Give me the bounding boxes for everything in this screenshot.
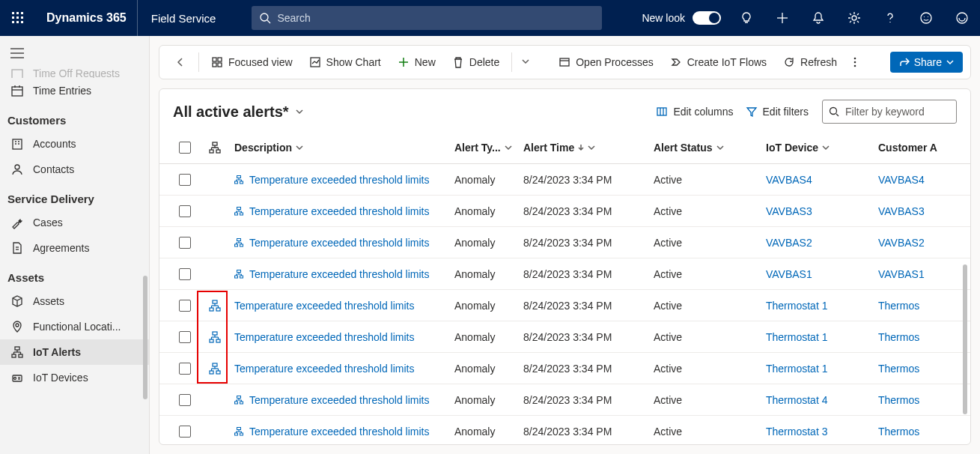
device-link[interactable]: Thermostat 4 <box>766 394 827 406</box>
description-link[interactable]: Temperature exceeded threshold limits <box>234 363 414 375</box>
sidebar-scrollbar[interactable] <box>140 111 149 454</box>
smiley-icon[interactable] <box>908 11 944 25</box>
table-row[interactable]: Temperature exceeded threshold limitsAno… <box>159 258 970 290</box>
description-link[interactable]: Temperature exceeded threshold limits <box>234 331 414 343</box>
sidebar-item-agreements[interactable]: Agreements <box>0 235 149 261</box>
description-link[interactable]: Temperature exceeded threshold limits <box>249 426 429 438</box>
row-checkbox[interactable] <box>170 237 200 249</box>
row-checkbox[interactable] <box>170 268 200 280</box>
table-row[interactable]: Temperature exceeded threshold limitsAno… <box>159 353 970 384</box>
customer-link[interactable]: VAVBAS2 <box>878 237 925 249</box>
table-row[interactable]: Temperature exceeded threshold limitsAno… <box>159 290 970 321</box>
customer-link[interactable]: Thermos <box>878 426 919 438</box>
customer-link[interactable]: Thermos <box>878 363 919 375</box>
column-header-alert-time[interactable]: Alert Time <box>523 142 654 154</box>
customer-link[interactable]: VAVBAS4 <box>878 174 925 186</box>
hierarchy-column-header[interactable] <box>200 142 230 154</box>
device-link[interactable]: Thermostat 1 <box>766 331 827 343</box>
customer-link[interactable]: Thermos <box>878 331 919 343</box>
delete-button[interactable]: Delete <box>445 52 507 73</box>
column-header-customer[interactable]: Customer A <box>878 142 938 154</box>
svg-rect-63 <box>213 142 217 145</box>
more-commands-button[interactable] <box>846 52 864 73</box>
row-checkbox[interactable] <box>170 174 200 186</box>
device-link[interactable]: Thermostat 1 <box>766 300 827 312</box>
customer-link[interactable]: Thermos <box>878 394 919 406</box>
table-scrollbar[interactable] <box>963 167 969 414</box>
row-checkbox[interactable] <box>170 394 200 406</box>
table-row[interactable]: Temperature exceeded threshold limitsAno… <box>159 196 970 227</box>
row-hierarchy-cell[interactable] <box>200 300 230 312</box>
table-row[interactable]: Temperature exceeded threshold limitsAno… <box>159 227 970 258</box>
column-header-iot-device[interactable]: IoT Device <box>766 142 878 154</box>
app-launcher-icon[interactable] <box>0 12 36 24</box>
refresh-button[interactable]: Refresh <box>776 52 844 73</box>
sidebar-item-time-entries[interactable]: Time Entries <box>0 78 149 103</box>
toggle-switch-icon[interactable] <box>693 11 721 25</box>
customer-link[interactable]: Thermos <box>878 300 919 312</box>
column-header-description[interactable]: Description <box>230 142 454 154</box>
table-row[interactable]: Temperature exceeded threshold limitsAno… <box>159 416 970 444</box>
global-search[interactable]: Search <box>252 6 602 30</box>
sidebar-item-contacts[interactable]: Contacts <box>0 157 149 182</box>
table-row[interactable]: Temperature exceeded threshold limitsAno… <box>159 321 970 353</box>
description-link[interactable]: Temperature exceeded threshold limits <box>249 174 429 186</box>
column-header-alert-type[interactable]: Alert Ty... <box>454 142 523 154</box>
create-iot-flows-button[interactable]: Create IoT Flows <box>663 52 774 73</box>
assistant-icon[interactable] <box>944 11 980 25</box>
row-checkbox[interactable] <box>170 426 200 438</box>
description-link[interactable]: Temperature exceeded threshold limits <box>249 394 429 406</box>
device-link[interactable]: Thermostat 1 <box>766 363 827 375</box>
share-button[interactable]: Share <box>890 52 963 73</box>
filter-keyword-input[interactable]: Filter by keyword <box>822 100 957 124</box>
delete-split-button[interactable] <box>517 51 535 73</box>
show-chart-button[interactable]: Show Chart <box>302 52 389 73</box>
sidebar-item-iot-devices[interactable]: IoT Devices <box>0 365 149 390</box>
row-checkbox[interactable] <box>170 363 200 375</box>
hdr-action-label: Edit filters <box>763 106 809 118</box>
device-link[interactable]: Thermostat 3 <box>766 426 827 438</box>
sidebar-item-iot-alerts[interactable]: IoT Alerts <box>0 339 149 365</box>
select-all-checkbox[interactable] <box>170 142 200 154</box>
column-header-alert-status[interactable]: Alert Status <box>654 142 766 154</box>
focused-view-button[interactable]: Focused view <box>204 52 300 73</box>
device-link[interactable]: VAVBAS2 <box>766 237 812 249</box>
edit-filters-button[interactable]: Edit filters <box>740 102 815 121</box>
lightbulb-icon[interactable] <box>728 11 764 25</box>
customer-link[interactable]: VAVBAS1 <box>878 268 925 280</box>
edit-columns-button[interactable]: Edit columns <box>650 102 739 121</box>
table-row[interactable]: Temperature exceeded threshold limitsAno… <box>159 384 970 416</box>
description-link[interactable]: Temperature exceeded threshold limits <box>234 300 414 312</box>
new-look-toggle[interactable]: New look <box>634 11 728 25</box>
description-link[interactable]: Temperature exceeded threshold limits <box>249 205 429 217</box>
description-link[interactable]: Temperature exceeded threshold limits <box>249 268 429 280</box>
bell-icon[interactable] <box>800 11 836 25</box>
sidebar-item-requests[interactable]: Time Off Requests <box>0 69 149 78</box>
back-button[interactable] <box>167 52 194 73</box>
command-bar: Focused view Show Chart New Delete Open … <box>159 45 971 79</box>
hamburger-icon[interactable] <box>0 43 149 69</box>
row-hierarchy-cell[interactable] <box>200 363 230 375</box>
description-link[interactable]: Temperature exceeded threshold limits <box>249 237 429 249</box>
product-name[interactable]: Dynamics 365 <box>36 0 138 36</box>
row-checkbox[interactable] <box>170 205 200 217</box>
row-checkbox[interactable] <box>170 300 200 312</box>
row-checkbox[interactable] <box>170 331 200 343</box>
new-button[interactable]: New <box>390 52 443 73</box>
plus-icon[interactable] <box>764 11 800 25</box>
device-link[interactable]: VAVBAS3 <box>766 205 812 217</box>
device-link[interactable]: VAVBAS4 <box>766 174 812 186</box>
table-row[interactable]: Temperature exceeded threshold limitsAno… <box>159 164 970 196</box>
view-selector[interactable]: All active alerts* <box>173 103 304 121</box>
sidebar-item-assets[interactable]: Assets <box>0 288 149 314</box>
help-icon[interactable] <box>872 11 908 25</box>
sidebar-item-functional-locations[interactable]: Functional Locati... <box>0 314 149 339</box>
gear-icon[interactable] <box>836 11 872 25</box>
app-name[interactable]: Field Service <box>138 12 230 25</box>
device-link[interactable]: VAVBAS1 <box>766 268 812 280</box>
customer-link[interactable]: VAVBAS3 <box>878 205 925 217</box>
row-hierarchy-cell[interactable] <box>200 331 230 343</box>
sidebar-item-cases[interactable]: Cases <box>0 210 149 235</box>
open-processes-button[interactable]: Open Processes <box>551 52 661 73</box>
sidebar-item-accounts[interactable]: Accounts <box>0 131 149 157</box>
